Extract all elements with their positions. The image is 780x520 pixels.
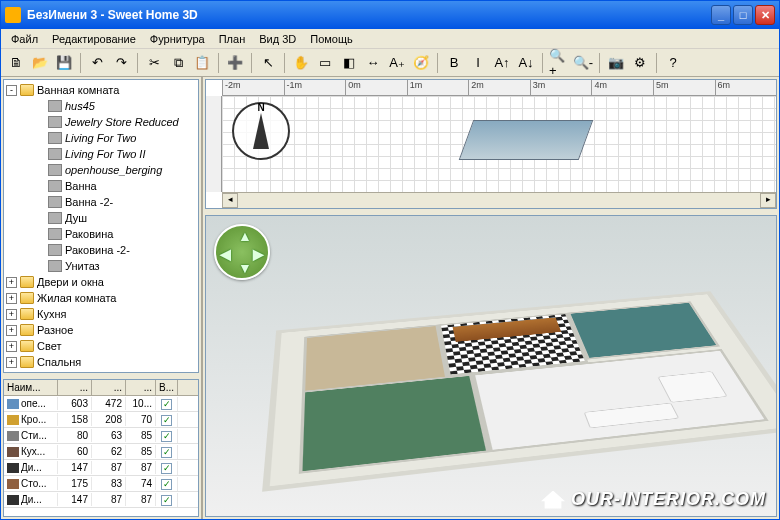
tree-node[interactable]: -Ванная комната — [6, 82, 196, 98]
table-row[interactable]: опе...60347210...✓ — [4, 396, 198, 412]
plan-model-preview[interactable] — [459, 120, 594, 160]
minimize-button[interactable]: _ — [711, 5, 731, 25]
titlebar[interactable]: БезИмени 3 - Sweet Home 3D _ □ ✕ — [1, 1, 779, 29]
tree-label: Ванна -2- — [65, 196, 113, 208]
scroll-track[interactable] — [238, 193, 760, 208]
visibility-checkbox[interactable]: ✓ — [161, 415, 172, 426]
tree-node[interactable]: Jewelry Store Reduced — [6, 114, 196, 130]
text-size-up-icon[interactable]: A↑ — [491, 52, 513, 74]
visibility-checkbox[interactable]: ✓ — [161, 431, 172, 442]
nav-pad[interactable]: ▲ ▼ ◀ ▶ — [214, 224, 270, 280]
open-icon[interactable]: 📂 — [29, 52, 51, 74]
table-row[interactable]: Сто...1758374✓ — [4, 476, 198, 492]
copy-icon[interactable]: ⧉ — [167, 52, 189, 74]
undo-icon[interactable]: ↶ — [86, 52, 108, 74]
nav-down-icon[interactable]: ▼ — [238, 260, 252, 276]
table-row[interactable]: Кух...606285✓ — [4, 444, 198, 460]
tree-node[interactable]: +Свет — [6, 338, 196, 354]
add-furniture-icon[interactable]: ➕ — [224, 52, 246, 74]
tree-toggle-icon[interactable]: - — [6, 85, 17, 96]
menu-5[interactable]: Помощь — [304, 31, 359, 47]
tree-node[interactable]: +Разное — [6, 322, 196, 338]
table-header[interactable]: ... — [58, 380, 92, 395]
wall-icon[interactable]: ▭ — [314, 52, 336, 74]
text-italic-icon[interactable]: I — [467, 52, 489, 74]
nav-left-icon[interactable]: ◀ — [220, 246, 231, 262]
zoom-in-icon[interactable]: 🔍+ — [548, 52, 570, 74]
table-header[interactable]: Наим... — [4, 380, 58, 395]
scroll-right-button[interactable]: ▸ — [760, 193, 776, 208]
tree-node[interactable]: Душ — [6, 210, 196, 226]
menu-4[interactable]: Вид 3D — [253, 31, 302, 47]
tree-label: Раковина -2- — [65, 244, 130, 256]
compass-icon[interactable] — [232, 102, 290, 160]
tree-node[interactable]: openhouse_berging — [6, 162, 196, 178]
tree-toggle-icon[interactable]: + — [6, 341, 17, 352]
paste-icon[interactable]: 📋 — [191, 52, 213, 74]
redo-icon[interactable]: ↷ — [110, 52, 132, 74]
camera-icon[interactable]: 📷 — [605, 52, 627, 74]
tree-node[interactable]: Раковина — [6, 226, 196, 242]
hand-icon[interactable]: ✋ — [290, 52, 312, 74]
maximize-button[interactable]: □ — [733, 5, 753, 25]
text-size-down-icon[interactable]: A↓ — [515, 52, 537, 74]
text-bold-icon[interactable]: B — [443, 52, 465, 74]
tree-node[interactable]: +Спальня — [6, 354, 196, 370]
table-header[interactable]: ... — [126, 380, 156, 395]
tree-node[interactable]: Living For Two II — [6, 146, 196, 162]
tree-node[interactable]: Ванна -2- — [6, 194, 196, 210]
nav-up-icon[interactable]: ▲ — [238, 228, 252, 244]
plan-2d-view[interactable]: -2m-1m0m1m2m3m4m5m6m ◂ ▸ — [205, 79, 777, 209]
tree-node[interactable]: +Кухня — [6, 306, 196, 322]
visibility-checkbox[interactable]: ✓ — [161, 447, 172, 458]
cut-icon[interactable]: ✂ — [143, 52, 165, 74]
save-icon[interactable]: 💾 — [53, 52, 75, 74]
tree-toggle-icon[interactable]: + — [6, 357, 17, 368]
tree-label: Спальня — [37, 356, 81, 368]
tree-node[interactable]: Living For Two — [6, 130, 196, 146]
cursor-icon[interactable]: ↖ — [257, 52, 279, 74]
room-icon[interactable]: ◧ — [338, 52, 360, 74]
text-icon[interactable]: A₊ — [386, 52, 408, 74]
tree-node[interactable]: Ванна — [6, 178, 196, 194]
table-header[interactable]: В... — [156, 380, 178, 395]
visibility-checkbox[interactable]: ✓ — [161, 479, 172, 490]
tree-node[interactable]: +Жилая комната — [6, 290, 196, 306]
tree-node[interactable]: hus45 — [6, 98, 196, 114]
ruler-horizontal: -2m-1m0m1m2m3m4m5m6m — [222, 80, 776, 96]
help-icon[interactable]: ? — [662, 52, 684, 74]
tree-node[interactable]: +Двери и окна — [6, 274, 196, 290]
scroll-left-button[interactable]: ◂ — [222, 193, 238, 208]
menu-3[interactable]: План — [213, 31, 252, 47]
table-row[interactable]: Ди...1478787✓ — [4, 492, 198, 508]
preferences-icon[interactable]: ⚙ — [629, 52, 651, 74]
furniture-tree[interactable]: -Ванная комнатаhus45Jewelry Store Reduce… — [3, 79, 199, 373]
visibility-checkbox[interactable]: ✓ — [161, 495, 172, 506]
compass-icon[interactable]: 🧭 — [410, 52, 432, 74]
view-3d[interactable]: ▲ ▼ ◀ ▶ OUR-INTERIOR.COM — [205, 215, 777, 517]
furniture-table[interactable]: Наим............В... опе...60347210...✓К… — [3, 379, 199, 517]
tree-toggle-icon[interactable]: + — [6, 277, 17, 288]
close-button[interactable]: ✕ — [755, 5, 775, 25]
tree-toggle-icon[interactable]: + — [6, 293, 17, 304]
table-header[interactable]: ... — [92, 380, 126, 395]
table-row[interactable]: Сти...806385✓ — [4, 428, 198, 444]
menu-1[interactable]: Редактирование — [46, 31, 142, 47]
floor-plan-3d[interactable] — [262, 291, 777, 492]
table-row[interactable]: Кро...15820870✓ — [4, 412, 198, 428]
visibility-checkbox[interactable]: ✓ — [161, 463, 172, 474]
menu-2[interactable]: Фурнитура — [144, 31, 211, 47]
tree-toggle-icon[interactable]: + — [6, 309, 17, 320]
zoom-out-icon[interactable]: 🔍- — [572, 52, 594, 74]
new-file-icon[interactable]: 🗎 — [5, 52, 27, 74]
dimension-icon[interactable]: ↔ — [362, 52, 384, 74]
table-row[interactable]: Ди...1478787✓ — [4, 460, 198, 476]
nav-right-icon[interactable]: ▶ — [253, 246, 264, 262]
tree-node[interactable]: Унитаз — [6, 258, 196, 274]
visibility-checkbox[interactable]: ✓ — [161, 399, 172, 410]
menu-0[interactable]: Файл — [5, 31, 44, 47]
tree-node[interactable]: Раковина -2- — [6, 242, 196, 258]
tree-toggle-icon[interactable]: + — [6, 325, 17, 336]
plan-scrollbar[interactable]: ◂ ▸ — [222, 192, 776, 208]
toolbar-separator — [284, 53, 285, 73]
